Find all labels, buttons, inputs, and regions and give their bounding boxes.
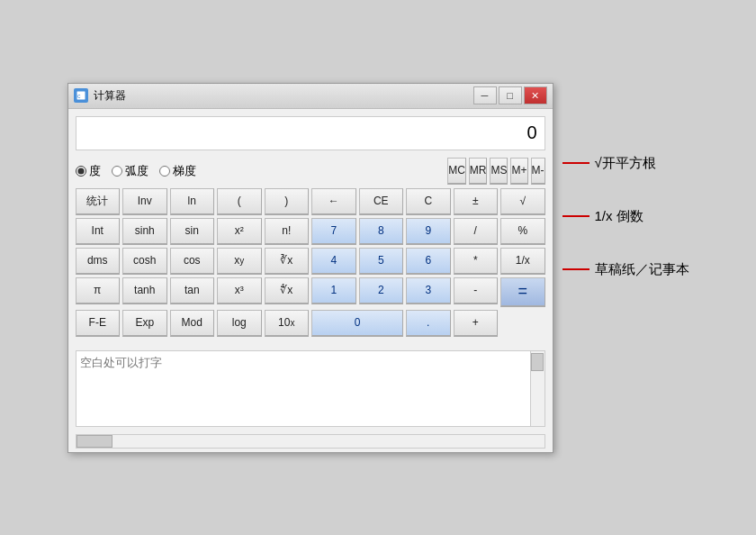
x2-button[interactable]: x² — [217, 218, 262, 245]
sqrt-button[interactable]: √ — [500, 188, 545, 215]
notepad-input[interactable] — [76, 351, 544, 423]
percent-button[interactable]: % — [500, 218, 545, 245]
plus-button[interactable]: + — [454, 310, 499, 337]
sinh-button[interactable]: sinh — [122, 218, 167, 245]
backspace-button[interactable]: ← — [311, 188, 356, 215]
mplus-button[interactable]: M+ — [510, 158, 527, 185]
int-button[interactable]: Int — [76, 218, 121, 245]
radio-gradian-input[interactable] — [159, 166, 170, 177]
ln-button[interactable]: ln — [170, 188, 215, 215]
radio-degree-label: 度 — [89, 163, 101, 179]
svg-text:c: c — [77, 93, 81, 99]
6-button[interactable]: 6 — [406, 248, 451, 275]
calculator-window: c 计算器 ─ □ ✕ 0 度 — [68, 83, 554, 453]
minus-button[interactable]: - — [454, 277, 499, 304]
screenshot-wrapper: c 计算器 ─ □ ✕ 0 度 — [68, 83, 689, 453]
radio-gradian-label: 梯度 — [173, 163, 196, 179]
pi-button[interactable]: π — [76, 277, 121, 304]
fe-button[interactable]: F-E — [76, 310, 121, 337]
cosh-button[interactable]: cosh — [122, 248, 167, 275]
rparen-button[interactable]: ) — [265, 188, 310, 215]
maximize-button[interactable]: □ — [499, 86, 522, 104]
sqrt-annotation: √开平方根 — [562, 155, 689, 172]
mc-button[interactable]: MC — [447, 158, 466, 185]
calc-icon: c — [74, 88, 88, 103]
sqrt-annotation-text: √开平方根 — [595, 155, 656, 172]
ce-button[interactable]: CE — [359, 188, 404, 215]
annotations-panel: √开平方根 1/x 倒数 草稿纸／记事本 — [562, 83, 689, 278]
reciprocal-annotation: 1/x 倒数 — [562, 208, 689, 225]
stats-button[interactable]: 统计 — [76, 188, 121, 215]
7-button[interactable]: 7 — [311, 218, 356, 245]
mr-button[interactable]: MR — [469, 158, 488, 185]
1-button[interactable]: 1 — [311, 277, 356, 304]
radio-radian-input[interactable] — [112, 166, 122, 177]
notepad-annotation-line — [562, 268, 590, 270]
display: 0 — [76, 116, 545, 150]
notepad-area — [76, 350, 545, 427]
h-scrollbar-thumb[interactable] — [76, 435, 112, 448]
5-button[interactable]: 5 — [359, 248, 404, 275]
sqrt-annotation-line — [562, 162, 590, 164]
cos-button[interactable]: cos — [170, 248, 215, 275]
dot-button[interactable]: . — [406, 310, 451, 337]
2-button[interactable]: 2 — [359, 277, 404, 304]
radio-degree[interactable]: 度 — [76, 163, 101, 179]
0-button[interactable]: 0 — [311, 310, 403, 337]
xy-button[interactable]: xy — [217, 248, 262, 275]
divide-button[interactable]: / — [454, 218, 499, 245]
3-button[interactable]: 3 — [406, 277, 451, 304]
calc-body: 度 弧度 梯度 MC MR MS M+ M- — [68, 154, 553, 347]
mod-button[interactable]: Mod — [170, 310, 215, 337]
window-title: 计算器 — [94, 88, 126, 104]
x3-button[interactable]: x³ — [217, 277, 262, 304]
radio-radian-label: 弧度 — [125, 163, 148, 179]
factorial-button[interactable]: n! — [265, 218, 310, 245]
multiply-button[interactable]: * — [454, 248, 499, 275]
log-button[interactable]: log — [217, 310, 262, 337]
reciprocal-annotation-line — [562, 215, 590, 217]
radio-radian[interactable]: 弧度 — [112, 163, 148, 179]
inv-button[interactable]: Inv — [122, 188, 167, 215]
notepad-scrollbar[interactable] — [530, 351, 544, 426]
plusminus-button[interactable]: ± — [454, 188, 499, 215]
ms-button[interactable]: MS — [490, 158, 508, 185]
exp-button[interactable]: Exp — [122, 310, 167, 337]
display-value: 0 — [526, 122, 536, 143]
reciprocal-button[interactable]: 1/x — [500, 248, 545, 275]
title-bar: c 计算器 ─ □ ✕ — [68, 84, 553, 109]
title-bar-left: c 计算器 — [74, 88, 126, 104]
close-button[interactable]: ✕ — [524, 86, 547, 104]
fourthrt-button[interactable]: ∜x — [265, 277, 310, 304]
10x-button[interactable]: 10x — [265, 310, 310, 337]
radio-gradian[interactable]: 梯度 — [159, 163, 196, 179]
8-button[interactable]: 8 — [359, 218, 404, 245]
equals-button[interactable]: = — [500, 277, 545, 307]
sin-button[interactable]: sin — [170, 218, 215, 245]
horizontal-scrollbar[interactable] — [76, 434, 545, 449]
title-bar-controls: ─ □ ✕ — [473, 86, 547, 104]
9-button[interactable]: 9 — [406, 218, 451, 245]
clear-button[interactable]: C — [406, 188, 451, 215]
cbrt-button[interactable]: ∛x — [265, 248, 310, 275]
4-button[interactable]: 4 — [311, 248, 356, 275]
dms-button[interactable]: dms — [76, 248, 121, 275]
tan-button[interactable]: tan — [170, 277, 215, 304]
tanh-button[interactable]: tanh — [122, 277, 167, 304]
lparen-button[interactable]: ( — [217, 188, 262, 215]
notepad-annotation-text: 草稿纸／记事本 — [595, 261, 689, 278]
mminus-button[interactable]: M- — [531, 158, 545, 185]
notepad-annotation: 草稿纸／记事本 — [562, 261, 689, 278]
radio-degree-input[interactable] — [76, 166, 86, 177]
minimize-button[interactable]: ─ — [473, 86, 497, 104]
reciprocal-annotation-text: 1/x 倒数 — [595, 208, 644, 225]
